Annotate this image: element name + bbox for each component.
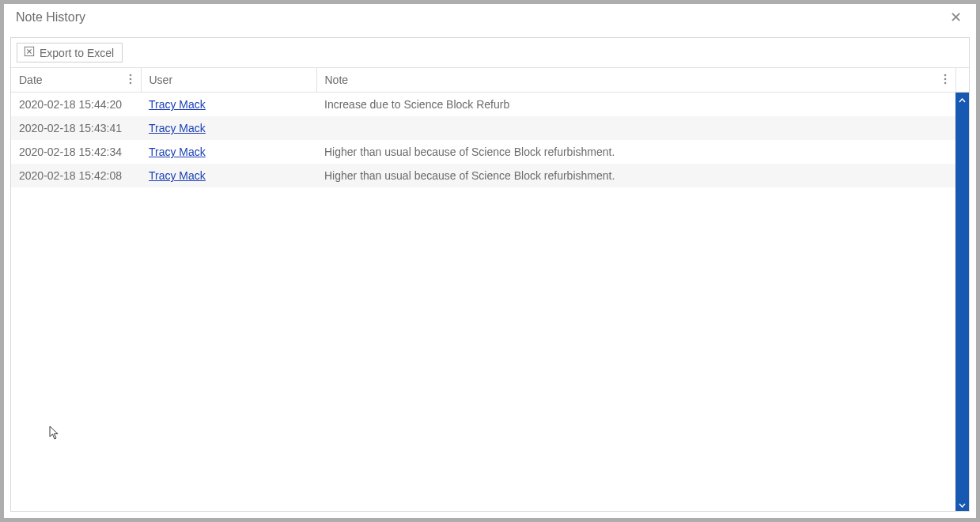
svg-point-2 <box>129 78 131 80</box>
svg-point-1 <box>129 74 131 76</box>
cell-user: Tracy Mack <box>141 140 316 164</box>
column-menu-date-button[interactable] <box>124 74 137 86</box>
modal-header: Note History ✕ <box>4 4 976 31</box>
chevron-up-icon <box>959 93 966 105</box>
table-row[interactable]: 2020-02-18 15:42:34 Tracy Mack Higher th… <box>11 140 955 164</box>
scroll-up-button[interactable] <box>955 93 969 106</box>
grid: Date User Note <box>11 67 969 511</box>
table-row[interactable]: 2020-02-18 15:42:08 Tracy Mack Higher th… <box>11 164 955 187</box>
column-header-user-label: User <box>149 74 173 86</box>
cell-note: Increase due to Science Block Refurb <box>316 93 955 116</box>
user-link[interactable]: Tracy Mack <box>149 98 206 111</box>
export-button-label: Export to Excel <box>40 47 114 59</box>
excel-icon <box>24 46 35 59</box>
column-header-date-label: Date <box>19 74 43 86</box>
cell-user: Tracy Mack <box>141 164 316 187</box>
cell-date: 2020-02-18 15:44:20 <box>11 93 141 116</box>
cell-user: Tracy Mack <box>141 116 316 140</box>
toolbar: Export to Excel <box>11 38 969 67</box>
svg-point-3 <box>129 81 131 84</box>
cell-user: Tracy Mack <box>141 93 316 116</box>
vertical-scrollbar[interactable] <box>955 93 969 511</box>
grid-rows: 2020-02-18 15:44:20 Tracy Mack Increase … <box>11 93 955 511</box>
svg-point-6 <box>944 81 946 84</box>
svg-point-4 <box>944 74 946 76</box>
table-row[interactable]: 2020-02-18 15:44:20 Tracy Mack Increase … <box>11 93 955 116</box>
scroll-down-button[interactable] <box>955 497 969 511</box>
svg-point-5 <box>944 78 946 80</box>
cell-note <box>316 116 955 140</box>
grid-body: 2020-02-18 15:44:20 Tracy Mack Increase … <box>11 93 969 511</box>
close-button[interactable]: ✕ <box>945 9 967 26</box>
kebab-icon <box>129 74 132 87</box>
kebab-icon <box>944 74 947 87</box>
modal-title: Note History <box>16 10 85 25</box>
cell-note: Higher than usual because of Science Blo… <box>316 140 955 164</box>
cell-date: 2020-02-18 15:42:34 <box>11 140 141 164</box>
header-row: Date User Note <box>11 68 969 93</box>
export-to-excel-button[interactable]: Export to Excel <box>17 43 123 62</box>
cell-note: Higher than usual because of Science Blo… <box>316 164 955 187</box>
column-header-note[interactable]: Note <box>316 68 955 93</box>
cell-date: 2020-02-18 15:42:08 <box>11 164 141 187</box>
column-menu-note-button[interactable] <box>939 74 952 86</box>
user-link[interactable]: Tracy Mack <box>149 146 206 158</box>
column-header-user[interactable]: User <box>141 68 316 93</box>
note-history-modal: Note History ✕ Export to Excel <box>4 4 976 518</box>
user-link[interactable]: Tracy Mack <box>149 122 206 134</box>
close-icon: ✕ <box>950 9 962 25</box>
scroll-gutter-header <box>955 68 969 93</box>
user-link[interactable]: Tracy Mack <box>149 169 206 182</box>
chevron-down-icon <box>959 498 966 510</box>
table-row[interactable]: 2020-02-18 15:43:41 Tracy Mack <box>11 116 955 140</box>
modal-body: Export to Excel Date <box>4 31 976 518</box>
column-header-date[interactable]: Date <box>11 68 141 93</box>
grid-header-table: Date User Note <box>11 68 969 93</box>
column-header-note-label: Note <box>325 74 349 86</box>
cell-date: 2020-02-18 15:43:41 <box>11 116 141 140</box>
grid-container: Export to Excel Date <box>10 37 970 512</box>
